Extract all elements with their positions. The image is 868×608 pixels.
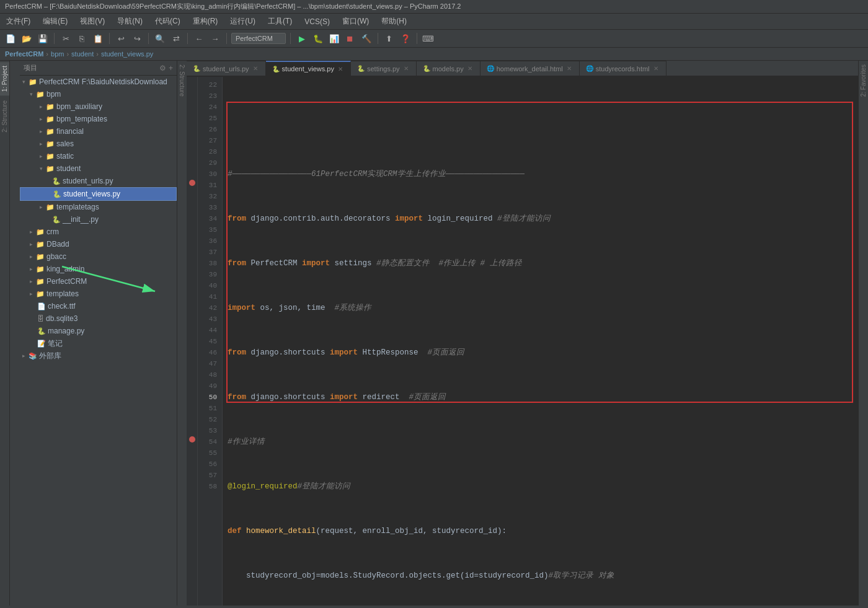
tree-item-financial[interactable]: ▸ 📁 financial: [20, 125, 177, 138]
menu-window[interactable]: 窗口(W): [339, 15, 373, 28]
tab-project[interactable]: 1: Project: [0, 62, 9, 95]
tree-item-student[interactable]: ▾ 📁 student: [20, 162, 177, 175]
tab-close-student-urls[interactable]: ✕: [252, 65, 259, 72]
toolbar-run-btn[interactable]: ▶: [295, 32, 309, 45]
menu-view[interactable]: 视图(V): [76, 15, 108, 28]
tab-models[interactable]: 🐍 models.py ✕: [417, 61, 480, 76]
toolbar-terminal[interactable]: ⌨: [422, 32, 435, 45]
breadcrumb-file[interactable]: student_views.py: [101, 50, 153, 58]
toolbar-stop[interactable]: ⏹: [343, 32, 357, 45]
breadcrumb-root[interactable]: PerfectCRM: [5, 50, 43, 58]
toolbar-cut[interactable]: ✂: [59, 32, 73, 45]
code-line-25: import os, json, time #系统操作: [228, 302, 853, 314]
tree-item-init[interactable]: 🐍 __init__.py: [20, 213, 177, 226]
tab-student-views[interactable]: 🐍 student_views.py ✕: [266, 61, 351, 76]
tab-close-student-views[interactable]: ✕: [337, 66, 344, 73]
toolbar-copy[interactable]: ⎘: [75, 32, 89, 45]
toolbar-update[interactable]: ⬆: [383, 32, 396, 45]
tree-item-check-ttf[interactable]: 📄 check.ttf: [20, 300, 177, 312]
menu-help[interactable]: 帮助(H): [378, 15, 410, 28]
tree-item-manage-py[interactable]: 🐍 manage.py: [20, 325, 177, 337]
tree-item-templatetags[interactable]: ▸ 📁 templatetags: [20, 201, 177, 213]
breadcrumb-bpm[interactable]: bpm: [51, 50, 64, 58]
toolbar-forward[interactable]: →: [208, 32, 222, 45]
tree-item-bpm-auxiliary[interactable]: ▸ 📁 bpm_auxiliary: [20, 100, 177, 113]
tree-item-crm[interactable]: ▸ 📁 crm: [20, 226, 177, 238]
tree-item-external-libs[interactable]: ▸ 📚 外部库: [20, 350, 177, 362]
tree-item-static[interactable]: ▸ 📁 static: [20, 150, 177, 162]
tab-close-studyrecords[interactable]: ✕: [652, 65, 660, 72]
toolbar-open[interactable]: 📂: [20, 32, 33, 45]
gutter-58: [187, 478, 197, 490]
toolbar-search[interactable]: 🔍: [153, 32, 167, 45]
tree-item-perfectcrm-folder[interactable]: ▸ 📁 PerfectCRM: [20, 275, 177, 288]
breakpoint-54[interactable]: [189, 436, 195, 443]
menu-run[interactable]: 运行(U): [226, 15, 259, 28]
toolbar-paste[interactable]: 📋: [91, 32, 105, 45]
linenum-56: 56: [200, 459, 217, 470]
tab-structure[interactable]: 2: Structure: [0, 97, 9, 136]
tree-item-king-admin[interactable]: ▸ 📁 king_admin: [20, 263, 177, 275]
tree-item-gbacc[interactable]: ▸ 📁 gbacc: [20, 250, 177, 263]
tab-icon-studyrecords: 🌐: [586, 65, 593, 72]
tab-settings[interactable]: 🐍 settings.py ✕: [351, 61, 417, 76]
gutter-47: [187, 356, 197, 367]
toolbar-replace[interactable]: ⇄: [169, 32, 183, 45]
toolbar-run-with-coverage[interactable]: 📊: [327, 32, 341, 45]
menu-vcs[interactable]: VCS(S): [301, 16, 334, 27]
tab-homework-detail[interactable]: 🌐 homework_detail.html ✕: [480, 61, 580, 76]
tree-label-static: static: [56, 151, 74, 162]
toolbar-run-config[interactable]: PerfectCRM: [231, 33, 286, 44]
toolbar-debug-btn[interactable]: 🐛: [311, 32, 325, 45]
menu-tools[interactable]: 工具(T): [264, 15, 296, 28]
structure-label[interactable]: 2: Structure: [177, 62, 187, 99]
menu-file[interactable]: 文件(F): [2, 15, 34, 28]
tree-item-bpm-templates[interactable]: ▸ 📁 bpm_templates: [20, 113, 177, 125]
tab-studyrecords[interactable]: 🌐 studyrecords.html ✕: [580, 61, 666, 76]
tree-item-templates[interactable]: ▸ 📁 templates: [20, 288, 177, 300]
tree-item-db-sqlite[interactable]: 🗄 db.sqlite3: [20, 312, 177, 325]
tree-item-student-urls[interactable]: 🐍 student_urls.py: [20, 175, 177, 187]
breakpoint-31[interactable]: [189, 180, 195, 186]
gutter-35: [187, 222, 197, 233]
toolbar-new[interactable]: 📄: [4, 32, 17, 45]
gear-icon[interactable]: ⚙: [159, 64, 166, 73]
toolbar-redo[interactable]: ↪: [130, 32, 144, 45]
toolbar-undo[interactable]: ↩: [114, 32, 128, 45]
tab-student-urls[interactable]: 🐍 student_urls.py ✕: [187, 61, 266, 76]
tree-label-student-urls: student_urls.py: [63, 175, 113, 187]
toolbar-help-btn[interactable]: ❓: [399, 32, 412, 45]
breadcrumb-student[interactable]: student: [71, 50, 94, 58]
gutter-53: [187, 423, 197, 434]
tab-close-homework[interactable]: ✕: [565, 65, 573, 72]
toolbar-back[interactable]: ←: [192, 32, 206, 45]
tree-item-sales[interactable]: ▸ 📁 sales: [20, 138, 177, 150]
tab-icon-student-urls: 🐍: [193, 65, 200, 72]
gutter-29: [187, 155, 197, 166]
menu-refactor[interactable]: 重构(R): [189, 15, 222, 28]
tab-close-settings[interactable]: ✕: [402, 65, 410, 72]
tab-close-models[interactable]: ✕: [466, 65, 474, 72]
menu-edit[interactable]: 编辑(E): [39, 15, 71, 28]
menu-code[interactable]: 代码(C): [151, 15, 184, 28]
tree-item-bpm[interactable]: ▾ 📁 bpm: [20, 88, 177, 100]
toolbar-save[interactable]: 💾: [36, 32, 50, 45]
code-content[interactable]: #─────────────────61PerfectCRM实现CRM学生上传作…: [223, 77, 858, 606]
folder-icon-student: 📁: [46, 163, 55, 174]
tree-label-templates: templates: [46, 288, 79, 299]
expand-icon[interactable]: +: [169, 64, 173, 73]
project-left-tabs: 1: Project 2: Structure: [0, 61, 10, 606]
linenum-33: 33: [200, 202, 217, 213]
favorites-label[interactable]: 2: Favorites: [859, 62, 868, 99]
gutter: [187, 77, 198, 606]
tree-item-notes[interactable]: 📝 笔记: [20, 337, 177, 350]
tree-label-student: student: [56, 163, 81, 174]
tree-item-perfectcrm[interactable]: ▾ 📁 PerfectCRM F:\BaiduNetdiskDownload: [20, 76, 177, 88]
tree-item-student-views[interactable]: 🐍 student_views.py: [20, 187, 177, 201]
menu-navigate[interactable]: 导航(N): [113, 15, 146, 28]
tree-item-dbadd[interactable]: ▸ 📁 DBadd: [20, 238, 177, 250]
expand-arrow-crm: ▸: [30, 226, 36, 237]
tree-label-notes: 笔记: [48, 338, 63, 349]
file-tree-content[interactable]: ▾ 📁 PerfectCRM F:\BaiduNetdiskDownload ▾…: [20, 76, 177, 606]
toolbar-rebuild[interactable]: 🔨: [360, 32, 373, 45]
